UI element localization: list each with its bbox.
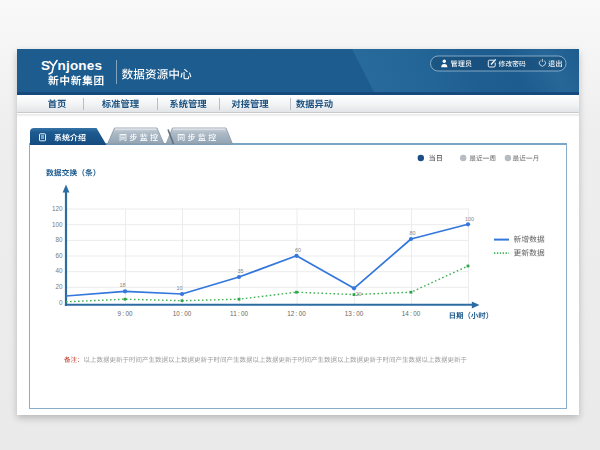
svg-text:20: 20 — [355, 291, 361, 297]
svg-text:12 : 00: 12 : 00 — [287, 310, 306, 317]
svg-text:60: 60 — [295, 247, 301, 253]
svg-text:18: 18 — [119, 282, 125, 288]
svg-text:60: 60 — [55, 252, 63, 259]
svg-text:35: 35 — [237, 268, 243, 274]
svg-text:100: 100 — [52, 221, 63, 228]
svg-text:20: 20 — [55, 283, 63, 290]
svg-text:80: 80 — [409, 230, 415, 236]
svg-text:10: 10 — [176, 285, 182, 291]
svg-text:10 : 00: 10 : 00 — [173, 310, 192, 317]
svg-text:S: S — [41, 58, 50, 73]
svg-text:80: 80 — [55, 236, 63, 243]
svg-text:11 : 00: 11 : 00 — [230, 310, 248, 317]
svg-text:njones: njones — [58, 58, 103, 73]
svg-text:9 : 00: 9 : 00 — [118, 310, 133, 317]
svg-text:0: 0 — [59, 299, 63, 306]
svg-text:14 : 00: 14 : 00 — [402, 310, 421, 317]
svg-text:40: 40 — [55, 267, 63, 274]
svg-text:120: 120 — [52, 205, 63, 212]
svg-text:13 : 00: 13 : 00 — [345, 310, 364, 317]
svg-text:100: 100 — [465, 216, 474, 222]
